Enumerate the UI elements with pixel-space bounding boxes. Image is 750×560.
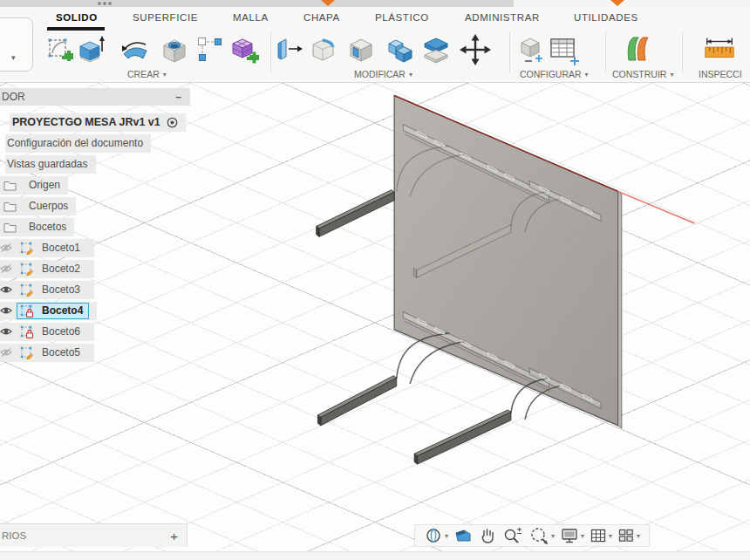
tab-administrar[interactable]: ADMINISTRAR (465, 12, 540, 23)
extrude-button[interactable] (75, 31, 108, 68)
create-sketch-icon (46, 35, 74, 65)
offset-face-button[interactable] (420, 31, 453, 68)
sketch-icon (20, 283, 34, 297)
sketch-row-boceto5[interactable]: Boceto5 (0, 342, 201, 363)
orbit-button[interactable]: ▾ (424, 527, 448, 544)
configuration-table-button[interactable] (548, 31, 581, 68)
change-parameters-icon (518, 34, 548, 65)
browser-folder-bocetos[interactable]: Bocetos (0, 216, 201, 237)
revolve-button[interactable] (119, 31, 152, 68)
hole-button[interactable] (159, 31, 192, 68)
browser-item-document-settings[interactable]: Configuración del documento (0, 133, 201, 154)
group-construir[interactable]: CONSTRUIR▾ (612, 69, 673, 79)
look-at-button[interactable] (453, 527, 473, 544)
add-comment-button[interactable]: + (170, 529, 178, 543)
measure-button[interactable] (703, 31, 736, 68)
create-sketch-button[interactable] (44, 31, 77, 68)
table-leg-lower-right[interactable] (414, 410, 511, 464)
sketch-row-boceto3[interactable]: Boceto3 (0, 279, 201, 300)
group-crear[interactable]: CREAR▾ (127, 69, 167, 79)
chevron-down-icon: ▾ (11, 53, 16, 62)
visibility-off-icon[interactable] (0, 263, 12, 274)
group-inspeccionar[interactable]: INSPECCI (699, 69, 742, 79)
sketch-row-boceto4[interactable]: Boceto4 (0, 300, 201, 321)
tab-solido[interactable]: SOLIDO (56, 12, 98, 23)
visibility-on-icon[interactable] (0, 305, 12, 316)
pan-button[interactable] (478, 527, 497, 544)
shell-button[interactable] (345, 31, 378, 68)
window-grip-icon[interactable] (98, 2, 101, 5)
construct-plane-icon (622, 34, 653, 65)
tab-chapa[interactable]: CHAPA (303, 12, 340, 23)
zoom-window-button[interactable]: ▾ (528, 527, 555, 544)
visibility-off-icon[interactable] (0, 347, 12, 358)
fillet-icon (309, 35, 338, 65)
browser-folder-cuerpos[interactable]: Cuerpos (0, 195, 201, 216)
active-component-radio-icon[interactable] (167, 117, 178, 128)
ribbon: SOLIDO SUPERFICIE MALLA CHAPA PLÁSTICO A… (0, 7, 750, 83)
browser-document-row[interactable]: PROYECTGO MESA JRv1 v1 (0, 112, 201, 133)
grid-icon (590, 527, 607, 544)
sketch-locked-icon (20, 304, 34, 318)
rectangular-pattern-icon (195, 35, 225, 65)
fillet-button[interactable] (307, 31, 340, 68)
folder-icon (3, 201, 17, 212)
create-mesh-icon (229, 34, 261, 65)
create-mesh-button[interactable] (228, 31, 262, 68)
orbit-icon (424, 527, 443, 544)
zoom-window-icon (528, 527, 549, 544)
shell-icon (347, 35, 377, 65)
fusion-logo-icon (610, 0, 624, 6)
comments-panel-bar[interactable]: RIOS + (0, 523, 188, 547)
bottom-strip (0, 551, 750, 560)
collapse-icon[interactable]: – (175, 91, 181, 103)
comments-panel-label: RIOS (2, 530, 26, 541)
extrude-icon (77, 34, 106, 65)
sketch-icon (20, 263, 34, 276)
browser-folder-origen[interactable]: Origen (0, 174, 201, 195)
browser-header[interactable]: DOR – (0, 88, 190, 106)
visibility-on-icon[interactable] (0, 326, 12, 337)
visibility-on-icon[interactable] (0, 284, 12, 295)
toolbar-overflow-box[interactable]: ▾ (0, 17, 33, 72)
hole-icon (160, 35, 190, 65)
display-settings-icon (560, 527, 579, 544)
press-pull-button[interactable] (274, 31, 307, 68)
visibility-off-icon[interactable] (0, 242, 12, 253)
press-pull-icon (276, 35, 304, 65)
navigation-bar: ▾ ▾ (414, 524, 650, 547)
tab-plastico[interactable]: PLÁSTICO (375, 12, 429, 23)
change-parameters-button[interactable] (516, 31, 549, 68)
configuration-table-icon (548, 34, 581, 65)
sketch-row-boceto2[interactable]: Boceto2 (0, 258, 201, 279)
browser-item-saved-views[interactable]: Vistas guardadas (0, 154, 201, 174)
measure-icon (703, 34, 736, 65)
pan-icon (478, 527, 497, 544)
group-configurar[interactable]: CONFIGURAR▾ (520, 69, 589, 79)
display-settings-button[interactable]: ▾ (560, 527, 584, 544)
sketch-icon (20, 242, 34, 255)
combine-button[interactable] (384, 31, 417, 68)
sketch-row-boceto6[interactable]: Boceto6 (0, 321, 201, 342)
move-copy-button[interactable] (459, 31, 492, 68)
tab-malla[interactable]: MALLA (233, 12, 269, 23)
tab-utilidades[interactable]: UTILIDADES (574, 12, 638, 23)
offset-face-icon (421, 35, 453, 65)
zoom-button[interactable] (502, 527, 523, 544)
construct-plane-button[interactable] (621, 31, 654, 68)
table-leg-lower-left[interactable] (317, 376, 396, 426)
group-modificar[interactable]: MODIFICAR▾ (354, 69, 412, 79)
active-tab-underline (47, 27, 105, 31)
viewports-button[interactable]: ▾ (617, 527, 640, 544)
grid-settings-button[interactable]: ▾ (590, 527, 612, 544)
rectangular-pattern-button[interactable] (194, 31, 227, 68)
sketch-icon (20, 346, 34, 359)
viewports-icon (617, 527, 635, 544)
folder-icon (3, 222, 17, 233)
sketch-locked-icon (20, 325, 34, 338)
sketch-row-boceto1[interactable]: Boceto1 (0, 237, 201, 258)
fusion360-window: SOLIDO SUPERFICIE MALLA CHAPA PLÁSTICO A… (0, 0, 750, 560)
window-top-strip (0, 0, 750, 7)
tab-superficie[interactable]: SUPERFICIE (133, 12, 198, 23)
table-leg-upper-left[interactable] (317, 190, 394, 237)
